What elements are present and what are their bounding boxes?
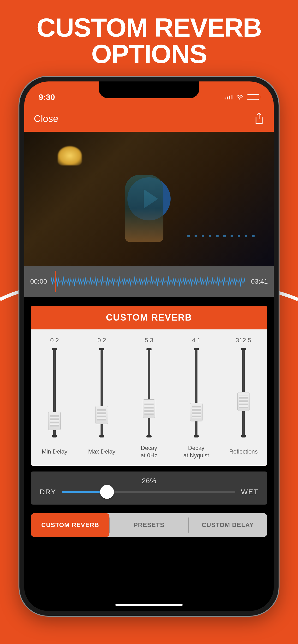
tab-presets[interactable]: PRESETS [110,513,188,537]
video-preview[interactable] [24,132,274,266]
vertical-slider[interactable] [100,348,103,437]
slider-thumb[interactable] [237,392,250,411]
vertical-slider[interactable] [242,348,245,437]
panel-title: CUSTOM REVERB [31,306,267,330]
status-time: 9:30 [39,92,55,102]
reverb-sliders-row: 0.2Min Delay0.2Max Delay5.3Decayat 0Hz4.… [31,330,267,466]
slider-value: 0.2 [50,336,59,344]
slider-value: 312.5 [236,336,251,344]
video-scene-performer [125,175,163,242]
wifi-icon [236,94,244,100]
slider-thumb[interactable] [95,406,108,424]
time-start: 00:00 [30,278,47,285]
phone-screen: 9:30 Close [24,82,274,611]
slider-decay-at-0hz: 5.3Decayat 0Hz [125,336,173,459]
cellular-signal-icon [225,95,232,100]
slider-thumb[interactable] [143,400,155,418]
battery-icon [247,94,259,100]
slider-value: 5.3 [145,336,153,344]
vertical-slider[interactable] [148,348,150,437]
dry-wet-mixer: 26% DRY WET [31,472,267,504]
slider-label: Max Delay [87,444,116,459]
reverb-panel: CUSTOM REVERB 0.2Min Delay0.2Max Delay5.… [31,306,267,466]
home-indicator[interactable] [115,604,183,606]
close-button[interactable]: Close [34,113,58,124]
phone-mockup-frame: 9:30 Close [20,77,278,616]
slider-decay-at-nyquist: 4.1Decayat Nyquist [173,336,220,459]
video-scene-lights [187,235,259,237]
phone-notch [99,82,199,98]
mix-slider-thumb[interactable] [100,485,114,499]
audio-timeline[interactable]: 00:00 03:41 [24,266,274,297]
promo-headline: CUSTOM REVERB OPTIONS [0,0,298,77]
tab-custom-reverb[interactable]: CUSTOM REVERB [31,513,109,537]
time-end: 03:41 [251,278,268,285]
slider-min-delay: 0.2Min Delay [31,336,78,459]
svg-point-0 [239,98,240,100]
mix-slider[interactable] [62,491,235,493]
slider-label: Decayat Nyquist [182,444,210,459]
slider-reflections: 312.5Reflections [220,336,267,459]
slider-label: Decayat 0Hz [140,444,158,459]
tab-custom-delay[interactable]: CUSTOM DELAY [189,513,267,537]
slider-max-delay: 0.2Max Delay [78,336,125,459]
mix-percent-label: 26% [40,477,258,485]
vertical-slider[interactable] [195,348,198,437]
mode-tabs: CUSTOM REVERBPRESETSCUSTOM DELAY [31,513,267,537]
slider-value: 0.2 [97,336,106,344]
slider-value: 4.1 [192,336,201,344]
slider-thumb[interactable] [190,403,203,422]
slider-label: Reflections [228,444,259,459]
dry-label: DRY [40,488,56,496]
slider-thumb[interactable] [48,412,61,430]
playhead-indicator[interactable] [55,271,56,292]
waveform-display[interactable] [51,273,247,290]
share-icon[interactable] [254,112,264,124]
navigation-bar: Close [24,106,274,132]
wet-label: WET [241,488,258,496]
vertical-slider[interactable] [53,348,56,437]
video-scene-lamp [58,146,82,165]
slider-label: Min Delay [41,444,68,459]
